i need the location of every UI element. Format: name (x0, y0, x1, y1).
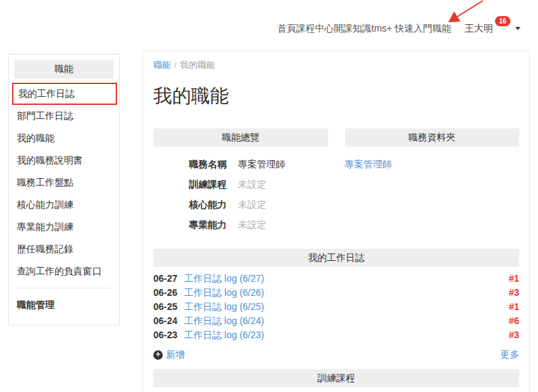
worklog-count: #3 (508, 287, 519, 299)
sidebar-title: 職能 (14, 60, 114, 79)
worklog-date: 06-24 (153, 315, 178, 326)
worklog-date: 06-23 (153, 329, 178, 340)
overview-row-label: 職務名稱 (189, 159, 229, 171)
overview-row-value: 專案管理師 (238, 159, 285, 171)
worklog-date: 06-26 (153, 287, 178, 298)
worklog-row: 06-24 工作日誌 log (6/24) #6 (153, 314, 519, 328)
worklog-row: 06-27 工作日誌 log (6/27) #1 (153, 272, 519, 286)
overview-row-label: 專業能力 (189, 219, 229, 231)
overview-row-value: 未設定 (238, 179, 266, 191)
caret-down-icon (515, 27, 521, 30)
training-section: 訓練課程 (153, 369, 519, 387)
worklog-entry: 06-27 工作日誌 log (6/27) (153, 273, 264, 284)
notification-badge: 16 (495, 16, 510, 26)
sidebar-item[interactable]: 職務工作盤點 (9, 171, 119, 194)
folder-section: 職務資料夾 專案管理師 (345, 128, 520, 235)
breadcrumb-separator: / (174, 60, 177, 70)
app-window: 首頁課程中心開課知識tms+ 快速入門職能 王大明 16 職能 我的工作日誌部門… (0, 0, 538, 392)
nav-item[interactable]: 開課 (334, 23, 352, 34)
sidebar-item[interactable]: 我的工作日誌 (12, 83, 117, 105)
worklog-count: #1 (508, 273, 519, 284)
top-nav: 首頁課程中心開課知識tms+ 快速入門職能 王大明 16 (277, 22, 521, 34)
plus-circle-icon: + (153, 350, 163, 360)
worklog-row: 06-23 工作日誌 log (6/23) #3 (153, 328, 519, 342)
sidebar-item[interactable]: 核心能力訓練 (9, 194, 119, 216)
worklog-entry: 06-26 工作日誌 log (6/26) (153, 287, 264, 299)
sidebar-divider (17, 288, 111, 288)
worklog-link[interactable]: 工作日誌 log (6/24) (184, 315, 264, 326)
overview-row-label: 核心能力 (189, 199, 229, 211)
training-header: 訓練課程 (153, 369, 519, 387)
worklog-count: #3 (508, 329, 519, 341)
main-panel: 職能/我的職能 我的職能 職能總覽 職務名稱 專案管理師 訓練課程 未設定 (143, 50, 530, 392)
sidebar-item-management[interactable]: 職能管理 (9, 294, 119, 317)
worklog-count: #1 (508, 301, 519, 313)
worklog-row: 06-26 工作日誌 log (6/26) #3 (153, 286, 519, 300)
overview-header: 職能總覽 (153, 128, 328, 147)
worklog-footer: + 新增 更多 (153, 349, 519, 361)
nav-item[interactable]: 首頁 (277, 23, 296, 34)
more-link[interactable]: 更多 (500, 349, 519, 361)
worklog-entry: 06-24 工作日誌 log (6/24) (153, 315, 264, 327)
worklog-link[interactable]: 工作日誌 log (6/23) (184, 329, 264, 340)
breadcrumb-parent-link[interactable]: 職能 (153, 60, 171, 70)
worklog-entry: 06-23 工作日誌 log (6/23) (153, 329, 264, 341)
worklog-row: 06-25 工作日誌 log (6/25) #1 (153, 300, 519, 314)
worklog-count: #6 (508, 315, 519, 327)
worklog-link[interactable]: 工作日誌 log (6/27) (184, 273, 264, 284)
add-worklog-label: 新增 (166, 349, 185, 361)
overview-row: 訓練課程 未設定 (153, 175, 328, 195)
nav-item[interactable]: 課程中心 (296, 23, 334, 34)
breadcrumb: 職能/我的職能 (153, 59, 519, 71)
user-name: 王大明 (465, 22, 493, 34)
worklog-section: 我的工作日誌 06-27 工作日誌 log (6/27) #1 06-26 工作… (153, 249, 519, 361)
nav-item[interactable]: 職能 (432, 23, 451, 34)
overview-row-label: 訓練課程 (189, 179, 229, 191)
sidebar-item[interactable]: 我的職務說明書 (9, 149, 119, 171)
overview-section: 職能總覽 職務名稱 專案管理師 訓練課程 未設定 核心能力 未設定 (153, 128, 328, 235)
page-title: 我的職能 (153, 84, 519, 108)
folder-link[interactable]: 專案管理師 (345, 159, 392, 171)
worklog-header: 我的工作日誌 (153, 249, 519, 267)
worklog-link[interactable]: 工作日誌 log (6/25) (184, 301, 264, 312)
nav-item[interactable]: 知識 (352, 23, 371, 34)
sidebar-item[interactable]: 專業能力訓練 (9, 216, 119, 238)
worklog-entry: 06-25 工作日誌 log (6/25) (153, 301, 264, 313)
sidebar-item[interactable]: 查詢工作的負責窗口 (9, 260, 119, 282)
sidebar-item[interactable]: 歷任職務記錄 (9, 238, 119, 260)
overview-row: 專業能力 未設定 (153, 215, 328, 235)
overview-row: 職務名稱 專案管理師 (153, 155, 328, 175)
folder-header: 職務資料夾 (345, 128, 520, 147)
overview-row: 核心能力 未設定 (153, 195, 328, 215)
worklog-date: 06-27 (153, 273, 178, 284)
worklog-date: 06-25 (153, 301, 178, 312)
sidebar: 職能 我的工作日誌部門工作日誌我的職能我的職務說明書職務工作盤點核心能力訓練專業… (8, 54, 120, 325)
user-menu[interactable]: 王大明 16 (465, 22, 521, 34)
nav-item[interactable]: tms+ 快速入門 (371, 23, 432, 34)
overview-row-value: 未設定 (238, 219, 266, 231)
breadcrumb-current: 我的職能 (180, 60, 215, 70)
sidebar-item[interactable]: 部門工作日誌 (9, 105, 119, 127)
sidebar-item[interactable]: 我的職能 (9, 127, 119, 149)
add-worklog-button[interactable]: + 新增 (153, 349, 185, 361)
overview-row-value: 未設定 (238, 199, 266, 211)
worklog-link[interactable]: 工作日誌 log (6/26) (184, 287, 264, 298)
